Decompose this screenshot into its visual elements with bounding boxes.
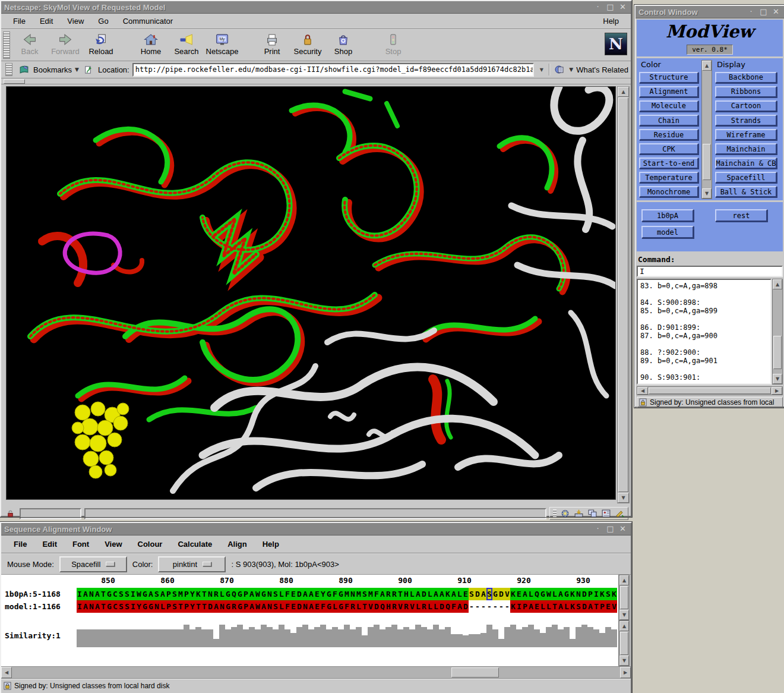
scroll-thumb[interactable]: [649, 388, 771, 394]
residue-cell[interactable]: G: [237, 600, 243, 613]
residue-cell[interactable]: T: [593, 600, 599, 613]
residue-cell[interactable]: A: [249, 588, 255, 600]
residue-cell[interactable]: L: [427, 600, 433, 613]
residue-cell[interactable]: P: [243, 600, 249, 613]
residue-cell[interactable]: E: [534, 600, 540, 613]
residue-cell[interactable]: D: [421, 588, 427, 600]
residue-cell[interactable]: F: [344, 600, 350, 613]
residue-cell[interactable]: L: [409, 588, 415, 600]
alignment-menu-align[interactable]: Align: [220, 540, 255, 549]
residue-cell[interactable]: M: [356, 588, 362, 600]
residue-cell[interactable]: -: [480, 600, 486, 613]
residue-cell[interactable]: N: [154, 600, 160, 613]
molecule-viewport[interactable]: [6, 86, 616, 500]
molecule-model-button[interactable]: model: [641, 226, 694, 238]
close-icon[interactable]: ✕: [771, 7, 781, 17]
residue-cell[interactable]: A: [213, 600, 219, 613]
residue-cell[interactable]: K: [570, 600, 576, 613]
residue-cell[interactable]: S: [273, 600, 279, 613]
scroll-up-icon[interactable]: ▲: [619, 575, 629, 585]
location-grip[interactable]: [5, 63, 12, 76]
residue-cell[interactable]: S: [118, 600, 124, 613]
residue-cell[interactable]: D: [581, 588, 587, 600]
browser-titlebar[interactable]: Netscape: SkyMol View of Requested Model…: [1, 1, 631, 14]
residue-cell[interactable]: T: [201, 588, 207, 600]
residue-cell[interactable]: L: [528, 588, 534, 600]
residue-cell[interactable]: G: [338, 600, 344, 613]
residue-color-select[interactable]: pinktint: [158, 556, 226, 572]
residue-cell[interactable]: E: [463, 588, 469, 600]
command-input[interactable]: I: [637, 266, 783, 277]
maximize-icon[interactable]: □: [758, 7, 769, 17]
residue-cell[interactable]: S: [273, 588, 279, 600]
residue-cell[interactable]: L: [552, 588, 558, 600]
residue-cell[interactable]: N: [302, 600, 308, 613]
residue-cell[interactable]: M: [344, 588, 350, 600]
alignment-menu-calculate[interactable]: Calculate: [170, 540, 220, 549]
scroll-thumb[interactable]: [773, 336, 782, 369]
residue-cell[interactable]: A: [439, 588, 445, 600]
scroll-thumb[interactable]: [451, 667, 499, 678]
residue-cell[interactable]: N: [88, 588, 94, 600]
residue-cell[interactable]: G: [326, 588, 332, 600]
residue-cell[interactable]: N: [207, 588, 213, 600]
scroll-right-icon[interactable]: ▶: [772, 387, 782, 395]
scroll-down-icon[interactable]: ▼: [619, 610, 629, 620]
residue-cell[interactable]: W: [546, 588, 552, 600]
residue-cell[interactable]: G: [106, 588, 112, 600]
close-icon[interactable]: ✕: [618, 524, 628, 534]
residue-cell[interactable]: A: [261, 600, 267, 613]
url-input[interactable]: http://pipe.rockefeller.edu/modbase-cgi-…: [132, 63, 535, 77]
residue-cell[interactable]: G: [142, 588, 148, 600]
residue-cell[interactable]: I: [77, 600, 83, 613]
residue-cell[interactable]: K: [570, 588, 576, 600]
address-book-icon[interactable]: [601, 509, 611, 518]
residue-cell[interactable]: D: [374, 600, 380, 613]
alignment-canvas[interactable]: 8508608708808909009109209301b0pA:5-1168I…: [1, 575, 619, 666]
component-bar-grip[interactable]: [553, 509, 557, 518]
residue-cell[interactable]: A: [558, 600, 564, 613]
residue-cell[interactable]: S: [576, 600, 581, 613]
residue-cell[interactable]: I: [593, 588, 599, 600]
residue-cell[interactable]: K: [510, 600, 516, 613]
residue-cell[interactable]: Y: [320, 588, 326, 600]
alignment-menu-view[interactable]: View: [97, 540, 129, 549]
molecule-1b0pa-button[interactable]: 1b0pA: [641, 209, 694, 222]
residue-cell[interactable]: I: [77, 588, 83, 600]
residue-cell[interactable]: A: [94, 600, 100, 613]
residue-cell[interactable]: D: [207, 600, 213, 613]
toolbar-grip[interactable]: [3, 32, 10, 59]
residue-cell[interactable]: -: [469, 600, 475, 613]
residue-cell[interactable]: F: [320, 600, 326, 613]
residue-cell[interactable]: -: [498, 600, 504, 613]
residue-cell[interactable]: D: [296, 588, 302, 600]
log-hscrollbar[interactable]: ◀ ▶: [637, 386, 783, 395]
residue-cell[interactable]: A: [457, 600, 463, 613]
scroll-thumb[interactable]: [620, 632, 628, 655]
scroll-down-icon[interactable]: ▼: [619, 656, 629, 666]
residue-cell[interactable]: L: [564, 600, 570, 613]
residue-cell[interactable]: L: [433, 600, 439, 613]
residue-cell[interactable]: M: [368, 588, 374, 600]
scroll-up-icon[interactable]: ▲: [619, 621, 629, 631]
residue-cell[interactable]: P: [184, 588, 189, 600]
residue-cell[interactable]: A: [83, 600, 88, 613]
maximize-icon[interactable]: □: [605, 524, 615, 534]
residue-cell[interactable]: A: [83, 588, 88, 600]
residue-cell[interactable]: I: [130, 588, 136, 600]
residue-cell[interactable]: A: [587, 600, 593, 613]
inbox-icon[interactable]: [574, 509, 584, 518]
netscape-logo[interactable]: N: [605, 33, 627, 55]
toolbar-button-reload[interactable]: Reload: [83, 30, 119, 61]
residue-cell[interactable]: W: [255, 600, 261, 613]
discussions-icon[interactable]: [587, 509, 598, 518]
scroll-right-icon[interactable]: ▶: [620, 667, 631, 678]
residue-cell[interactable]: G: [148, 600, 154, 613]
url-dropdown-icon[interactable]: ▼: [537, 64, 546, 75]
residue-cell[interactable]: Q: [231, 588, 237, 600]
location-icon[interactable]: [82, 65, 95, 75]
log-scrollbar[interactable]: ▲ ▼: [772, 279, 783, 385]
color-monochrome-button[interactable]: Monochrome: [639, 186, 698, 197]
residue-cell[interactable]: V: [397, 600, 403, 613]
similarity-scrollbar[interactable]: ▲ ▼: [619, 620, 630, 666]
